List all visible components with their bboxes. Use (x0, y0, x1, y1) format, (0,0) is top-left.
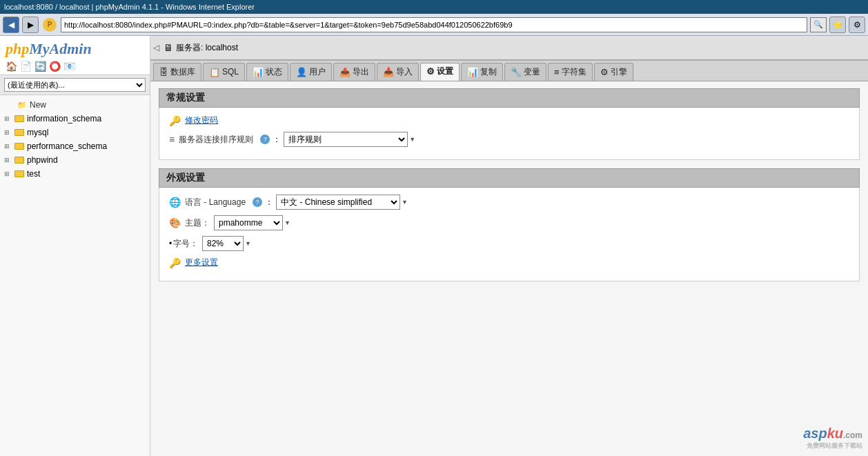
more-settings-link[interactable]: 更多设置 (185, 257, 218, 268)
pma-icons: 🏠 📄 🔄 ⭕ 📧 (6, 61, 144, 72)
db-icon-1 (14, 113, 25, 124)
watermark: aspku.com 免费网站服务下载站 (803, 426, 862, 450)
collation-info-icon[interactable]: ? (260, 135, 270, 144)
tab-users-label: 用户 (309, 66, 326, 78)
home-icon[interactable]: 🏠 (6, 61, 17, 72)
sidebar-item-new[interactable]: 📁 New (0, 98, 150, 112)
sidebar-item-label-new: New (30, 100, 46, 110)
tab-engines[interactable]: ⚙ 引擎 (594, 63, 633, 81)
refresh-icon[interactable]: 🔄 (34, 61, 46, 72)
db-icon-5 (14, 168, 25, 179)
sidebar-item-information-schema[interactable]: ⊞ information_schema (0, 112, 150, 126)
theme-label: 主题： (185, 217, 210, 229)
language-icon: 🌐 (169, 197, 181, 208)
theme-row: 🎨 主题： pmahomme ▼ (169, 215, 849, 230)
collation-colon: ： (273, 134, 281, 146)
tab-export-icon: 📤 (339, 67, 351, 77)
tab-status-icon: 📊 (253, 67, 264, 77)
tab-sql-label: SQL (222, 67, 239, 77)
language-select[interactable]: 中文 - Chinese simplified (276, 195, 400, 210)
tab-settings[interactable]: ⚙ 设置 (420, 63, 460, 81)
appearance-settings-title: 外观设置 (166, 172, 205, 183)
pma-logo-php: php (6, 40, 29, 57)
language-dropdown-indicator: ▼ (402, 199, 408, 206)
server-icon: 🖥 (164, 42, 173, 53)
sidebar-item-test[interactable]: ⊞ test (0, 167, 150, 181)
fontsize-select[interactable]: 82% (202, 236, 244, 251)
forward-button[interactable]: ▶ (22, 17, 39, 33)
pma-logo: phpMyAdmin (6, 40, 144, 58)
tab-databases-label: 数据库 (170, 66, 195, 78)
watermark-ku: ku (827, 426, 843, 441)
sidebar-item-mysql[interactable]: ⊞ mysql (0, 126, 150, 139)
tab-sql[interactable]: 📋 SQL (203, 63, 245, 81)
tab-databases[interactable]: 🗄 数据库 (153, 63, 201, 81)
tab-nav: 🗄 数据库 📋 SQL 📊 状态 👤 用户 📤 导出 📥 导入 (150, 61, 868, 81)
change-password-row: 🔑 修改密码 (169, 115, 849, 126)
expand-icon-5: ⊞ (4, 170, 10, 177)
browser-title: localhost:8080 / localhost | phpMyAdmin … (4, 3, 255, 11)
expand-icon-2: ⊞ (4, 129, 10, 136)
tree-toggle-new (4, 99, 15, 110)
watermark-sub: 免费网站服务下载站 (803, 442, 862, 450)
mail-icon[interactable]: 📧 (63, 61, 75, 72)
address-bar[interactable] (61, 17, 807, 32)
tab-status[interactable]: 📊 状态 (246, 63, 288, 81)
theme-icon: 🎨 (169, 217, 181, 228)
recent-tables-select[interactable]: (最近使用的表)... (4, 78, 146, 92)
tab-export-label: 导出 (353, 66, 369, 78)
general-settings-body: 🔑 修改密码 ≡ 服务器连接排序规则 ? ： 排序规则 ▼ (159, 108, 860, 160)
language-info-icon[interactable]: ? (253, 197, 262, 207)
tab-replication-icon: 📊 (467, 67, 478, 77)
tab-export[interactable]: 📤 导出 (333, 63, 375, 81)
general-settings-title: 常规设置 (166, 92, 205, 103)
tab-status-label: 状态 (266, 66, 282, 78)
tab-replication-label: 复制 (480, 66, 497, 78)
breadcrumb-server-label: 服务器: localhost (176, 42, 238, 54)
theme-select[interactable]: pmahomme (214, 215, 283, 230)
tab-sql-icon: 📋 (209, 67, 220, 77)
tab-import[interactable]: 📥 导入 (377, 63, 419, 81)
new-db-icon: 📁 (17, 99, 28, 110)
browser-extra-btn1[interactable]: ⭐ (829, 17, 846, 33)
sidebar-tree: 📁 New ⊞ information_schema ⊞ mysql ⊞ (0, 95, 150, 456)
more-settings-icon: 🔑 (169, 257, 181, 268)
language-label: 语言 - Language (185, 197, 246, 208)
doc-icon[interactable]: 📄 (20, 61, 32, 72)
breadcrumb-arrow: ◁ (153, 43, 159, 52)
collation-dropdown-indicator: ▼ (409, 136, 415, 143)
tab-engines-label: 引擎 (611, 66, 627, 78)
sidebar-item-performance-schema[interactable]: ⊞ performance_schema (0, 139, 150, 153)
content-area: ◁ 🖥 服务器: localhost 🗄 数据库 📋 SQL 📊 状态 👤 用户 (150, 36, 868, 456)
tab-charset[interactable]: ≡ 字符集 (548, 63, 593, 81)
browser-extra-btn2[interactable]: ⚙ (849, 17, 865, 33)
tab-users[interactable]: 👤 用户 (290, 63, 332, 81)
sidebar-item-phpwind[interactable]: ⊞ phpwind (0, 153, 150, 167)
search-button[interactable]: 🔍 (810, 17, 827, 32)
main-content: 常规设置 🔑 修改密码 ≡ 服务器连接排序规则 ? ： 排序规则 ▼ (150, 81, 868, 456)
collation-select[interactable]: 排序规则 (284, 132, 408, 147)
fontsize-label: 字号： (173, 238, 198, 250)
tab-variables[interactable]: 🔧 变量 (504, 63, 546, 81)
circle-icon[interactable]: ⭕ (49, 61, 61, 72)
pma-logo-my: My (29, 40, 49, 57)
collation-label: 服务器连接排序规则 (179, 134, 253, 146)
tab-variables-icon: 🔧 (511, 67, 522, 77)
watermark-com: .com (843, 430, 862, 440)
theme-dropdown-indicator: ▼ (284, 219, 290, 226)
tab-settings-label: 设置 (437, 66, 453, 77)
pma-logo-admin: Admin (50, 40, 92, 57)
expand-icon-4: ⊞ (4, 157, 10, 163)
change-password-link[interactable]: 修改密码 (185, 115, 218, 126)
db-icon-4 (14, 155, 25, 166)
expand-icon-1: ⊞ (4, 115, 10, 122)
tab-engines-icon: ⚙ (600, 67, 609, 77)
appearance-settings-header: 外观设置 (159, 168, 860, 188)
tab-replication[interactable]: 📊 复制 (461, 63, 503, 81)
fontsize-dropdown-indicator: ▼ (245, 240, 251, 247)
sidebar: phpMyAdmin 🏠 📄 🔄 ⭕ 📧 (最近使用的表)... 📁 New (0, 36, 150, 456)
tab-charset-label: 字符集 (562, 66, 586, 78)
collation-row: ≡ 服务器连接排序规则 ? ： 排序规则 ▼ (169, 132, 849, 147)
back-button[interactable]: ◀ (3, 17, 19, 33)
sidebar-item-label-3: performance_schema (27, 141, 107, 151)
